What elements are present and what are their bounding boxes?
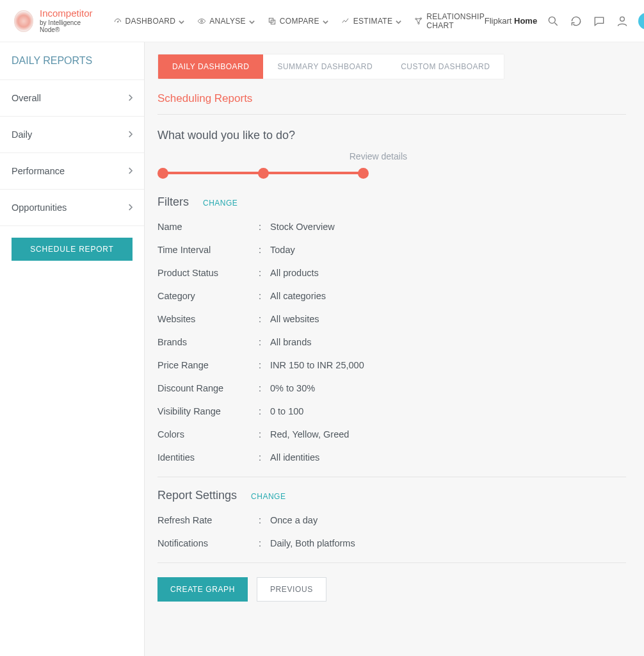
filters-header: Filters CHANGE [157, 195, 626, 209]
kv-colon: : [259, 314, 270, 324]
stepper-dot[interactable] [358, 168, 369, 179]
kv-key: Websites [157, 314, 259, 324]
chevron-right-icon [128, 129, 133, 140]
chevron-right-icon [128, 202, 133, 213]
kv-row: Category:All categories [157, 291, 626, 301]
chat-icon[interactable] [592, 14, 606, 28]
previous-button[interactable]: PREVIOUS [257, 577, 326, 602]
svg-point-7 [549, 17, 555, 23]
stepper-dot[interactable] [258, 168, 269, 179]
divider [157, 114, 626, 115]
section-title: Scheduling Reports [157, 92, 430, 115]
chevron-right-icon [128, 93, 133, 103]
kv-value: 0 to 100 [270, 406, 303, 416]
chevron-right-icon [128, 166, 133, 176]
svg-point-0 [117, 21, 118, 22]
svg-point-8 [620, 17, 625, 21]
kv-row: Name:Stock Overview [157, 222, 626, 232]
kv-colon: : [259, 337, 270, 347]
nav-label: DASHBOARD [125, 17, 176, 26]
nav-dashboard[interactable]: DASHBOARD [113, 17, 185, 26]
kv-value: All products [270, 268, 319, 278]
nav-label: ESTIMATE [353, 17, 393, 26]
kv-value: All brands [270, 337, 311, 347]
nav-estimate[interactable]: ESTIMATE [341, 17, 402, 26]
report-settings-title: Report Settings [157, 489, 237, 502]
nav-label: COMPARE [280, 17, 319, 26]
nav-relationship-chart[interactable]: RELATIONSHIP CHART [414, 12, 485, 30]
sidebar-item-daily[interactable]: Daily [0, 116, 144, 152]
prompt-question: What would you like to do? [157, 129, 626, 142]
kv-row: Visibility Range:0 to 100 [157, 406, 626, 416]
play-button[interactable] [638, 13, 644, 29]
kv-colon: : [259, 268, 270, 278]
top-nav: DASHBOARD ANALYSE COMPARE ESTIMATE [113, 12, 485, 30]
gauge-icon [113, 17, 122, 26]
filters-change-link[interactable]: CHANGE [203, 199, 237, 208]
kv-key: Brands [157, 337, 259, 347]
kv-row: Discount Range:0% to 30% [157, 383, 626, 393]
nav-analyse[interactable]: ANALYSE [197, 17, 255, 26]
kv-colon: : [259, 515, 270, 525]
brand-name: Incompetitor [40, 8, 95, 19]
chevron-down-icon [179, 18, 184, 24]
nav-compare[interactable]: COMPARE [268, 17, 328, 26]
kv-colon: : [259, 222, 270, 232]
svg-point-1 [201, 20, 203, 22]
report-settings-change-link[interactable]: CHANGE [251, 492, 286, 501]
schedule-report-button[interactable]: SCHEDULE REPORT [12, 238, 133, 261]
create-graph-button[interactable]: CREATE GRAPH [157, 577, 248, 602]
sidebar: DAILY REPORTS Overall Daily Performance … [0, 42, 145, 656]
kv-key: Time Interval [157, 245, 259, 255]
tab-summary-dashboard[interactable]: SUMMARY DASHBOARD [263, 54, 387, 79]
main-content: DAILY DASHBOARD SUMMARY DASHBOARD CUSTOM… [145, 42, 644, 656]
divider [157, 477, 626, 477]
kv-row: Brands:All brands [157, 337, 626, 347]
account-label[interactable]: Flipkart Home [485, 16, 537, 26]
kv-value: All categories [270, 291, 326, 301]
top-right: Flipkart Home [485, 13, 644, 29]
trend-icon [341, 17, 350, 26]
dashboard-tabs: DAILY DASHBOARD SUMMARY DASHBOARD CUSTOM… [157, 54, 504, 79]
tab-custom-dashboard[interactable]: CUSTOM DASHBOARD [387, 54, 504, 79]
kv-row: Product Status:All products [157, 268, 626, 278]
kv-row: Price Range:INR 150 to INR 25,000 [157, 360, 626, 370]
sidebar-item-performance[interactable]: Performance [0, 152, 144, 189]
chevron-down-icon [249, 18, 255, 24]
action-buttons: CREATE GRAPH PREVIOUS [157, 577, 626, 602]
logo-block[interactable]: Incompetitor by Intelligence Node® [14, 8, 95, 33]
stepper-dot[interactable] [157, 168, 168, 179]
refresh-icon[interactable] [569, 14, 583, 28]
chevron-down-icon [396, 18, 401, 24]
kv-key: Name [157, 222, 259, 232]
kv-colon: : [259, 360, 270, 370]
kv-key: Refresh Rate [157, 515, 259, 525]
stepper-label: Review details [350, 151, 407, 161]
filters-title: Filters [157, 195, 189, 209]
kv-colon: : [259, 383, 270, 393]
kv-value: Once a day [270, 515, 318, 525]
kv-value: Stock Overview [270, 222, 335, 232]
kv-value: Red, Yellow, Greed [270, 429, 349, 439]
sidebar-item-overall[interactable]: Overall [0, 79, 144, 116]
kv-colon: : [259, 291, 270, 301]
nav-label: RELATIONSHIP CHART [426, 12, 485, 30]
kv-row: Time Interval:Today [157, 245, 626, 255]
kv-row: Refresh Rate:Once a day [157, 515, 626, 525]
logo-icon [14, 10, 33, 32]
report-settings-header: Report Settings CHANGE [157, 489, 626, 502]
sidebar-item-label: Performance [12, 166, 65, 176]
kv-key: Product Status [157, 268, 259, 278]
user-icon[interactable] [615, 14, 629, 28]
kv-value: Daily, Both platforms [270, 538, 355, 548]
sidebar-item-opportunities[interactable]: Opportunities [0, 189, 144, 226]
kv-key: Colors [157, 429, 259, 439]
sidebar-item-label: Daily [12, 129, 32, 140]
kv-key: Price Range [157, 360, 259, 370]
kv-row: Identities:All identities [157, 452, 626, 463]
chevron-down-icon [323, 18, 328, 24]
network-icon [414, 17, 423, 26]
tab-daily-dashboard[interactable]: DAILY DASHBOARD [158, 54, 263, 79]
search-icon[interactable] [546, 14, 560, 28]
progress-stepper: Review details [157, 168, 369, 179]
